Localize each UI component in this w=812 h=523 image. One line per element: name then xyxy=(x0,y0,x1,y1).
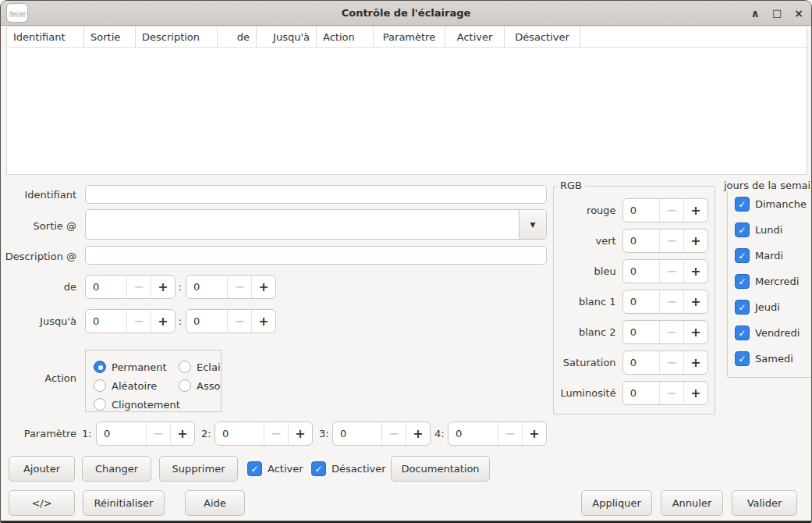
ajouter-button[interactable]: Ajouter xyxy=(9,456,75,482)
checkbox-samedi[interactable]: ✓ Samedi xyxy=(735,351,793,366)
blanc1-spinbutton[interactable]: 0 − + xyxy=(622,290,708,314)
sortie-combobox[interactable]: ▼ xyxy=(85,209,547,240)
de-hour-spinbutton[interactable]: 0 − + xyxy=(85,275,176,299)
appliquer-button[interactable]: Appliquer xyxy=(581,490,652,516)
minus-button[interactable]: − xyxy=(659,321,683,343)
minus-button[interactable]: − xyxy=(659,382,683,404)
radio-icon[interactable] xyxy=(179,361,191,373)
blanc2-spinbutton[interactable]: 0 − + xyxy=(622,320,708,344)
checked-checkbox-icon[interactable]: ✓ xyxy=(735,326,750,340)
minus-button[interactable]: − xyxy=(659,351,683,374)
column-header-action[interactable]: Action xyxy=(317,27,374,47)
vert-value[interactable]: 0 xyxy=(623,229,659,252)
column-header-sortie[interactable]: Sortie xyxy=(84,27,136,47)
luminosite-value[interactable]: 0 xyxy=(623,382,659,404)
param2-spinbutton[interactable]: 0 − + xyxy=(215,422,313,446)
param3-value[interactable]: 0 xyxy=(333,422,381,445)
column-header-jusqua[interactable]: Jusqu'à xyxy=(257,27,317,47)
plus-button[interactable]: + xyxy=(683,229,707,252)
checked-checkbox-icon[interactable]: ✓ xyxy=(735,274,750,289)
radio-option-aleatoire[interactable]: Aléatoire xyxy=(94,379,157,392)
radio-selected-icon[interactable] xyxy=(94,361,106,373)
luminosite-spinbutton[interactable]: 0 − + xyxy=(622,381,708,405)
sortie-selected-value[interactable] xyxy=(86,210,519,239)
checked-checkbox-icon[interactable]: ✓ xyxy=(311,461,326,476)
jusqua-hour-spinbutton[interactable]: 0 − + xyxy=(85,309,176,333)
column-header-desactiver[interactable]: Désactiver xyxy=(505,27,580,47)
radio-option-permanent[interactable]: Permanent xyxy=(94,361,167,373)
plus-button[interactable]: + xyxy=(683,290,707,313)
plus-button[interactable]: + xyxy=(151,276,175,298)
vert-spinbutton[interactable]: 0 − + xyxy=(622,229,708,253)
minus-button[interactable]: − xyxy=(227,276,251,298)
code-button[interactable]: </> xyxy=(9,490,75,516)
plus-button[interactable]: + xyxy=(406,422,430,445)
jusqua-minute-spinbutton[interactable]: 0 − + xyxy=(186,309,276,333)
checkbox-lundi[interactable]: ✓ Lundi xyxy=(735,222,782,237)
param1-value[interactable]: 0 xyxy=(97,422,146,445)
bleu-spinbutton[interactable]: 0 − + xyxy=(622,259,708,283)
aide-button[interactable]: Aide xyxy=(185,490,245,516)
param4-spinbutton[interactable]: 0 − + xyxy=(448,422,547,446)
reinitialiser-button[interactable]: Réinitialiser xyxy=(83,490,165,516)
checkbox-dimanche[interactable]: ✓ Dimanche xyxy=(735,197,807,212)
radio-icon[interactable] xyxy=(94,379,106,392)
bleu-value[interactable]: 0 xyxy=(623,260,659,283)
checkbox-activer[interactable]: ✓ Activer xyxy=(247,461,303,476)
plus-button[interactable]: + xyxy=(683,321,707,343)
saturation-value[interactable]: 0 xyxy=(623,351,659,374)
plus-button[interactable]: + xyxy=(683,351,707,374)
plus-button[interactable]: + xyxy=(683,382,707,404)
de-minute-value[interactable]: 0 xyxy=(186,276,227,298)
param1-spinbutton[interactable]: 0 − + xyxy=(96,422,195,446)
minus-button[interactable]: − xyxy=(498,422,522,445)
documentation-button[interactable]: Documentation xyxy=(391,456,490,482)
plus-button[interactable]: + xyxy=(522,422,546,445)
supprimer-button[interactable]: Supprimer xyxy=(159,456,238,482)
column-header-parametre[interactable]: Paramètre xyxy=(374,27,445,47)
minus-button[interactable]: − xyxy=(126,310,151,333)
minus-button[interactable]: − xyxy=(659,199,683,222)
minus-button[interactable]: − xyxy=(659,290,683,313)
checked-checkbox-icon[interactable]: ✓ xyxy=(735,248,750,263)
rouge-value[interactable]: 0 xyxy=(623,199,659,222)
saturation-spinbutton[interactable]: 0 − + xyxy=(622,350,708,375)
radio-icon[interactable] xyxy=(179,379,191,392)
param3-spinbutton[interactable]: 0 − + xyxy=(332,422,431,446)
changer-button[interactable]: Changer xyxy=(82,456,151,482)
rouge-spinbutton[interactable]: 0 − + xyxy=(622,198,708,222)
minus-button[interactable]: − xyxy=(381,422,406,445)
minus-button[interactable]: − xyxy=(659,229,683,252)
radio-icon[interactable] xyxy=(94,398,106,411)
minus-button[interactable]: − xyxy=(264,422,288,445)
minimize-icon[interactable]: ∧ xyxy=(751,8,760,19)
checked-checkbox-icon[interactable]: ✓ xyxy=(247,461,262,476)
blanc2-value[interactable]: 0 xyxy=(623,321,659,343)
description-input[interactable] xyxy=(85,246,547,265)
checked-checkbox-icon[interactable]: ✓ xyxy=(735,351,750,366)
de-hour-value[interactable]: 0 xyxy=(86,276,126,298)
checked-checkbox-icon[interactable]: ✓ xyxy=(735,300,750,315)
jusqua-minute-value[interactable]: 0 xyxy=(186,310,227,333)
minus-button[interactable]: − xyxy=(227,310,251,333)
column-header-description[interactable]: Description xyxy=(136,27,218,47)
plus-button[interactable]: + xyxy=(288,422,312,445)
sortie-dropdown-button[interactable]: ▼ xyxy=(519,210,546,239)
column-header-activer[interactable]: Activer xyxy=(445,27,505,47)
annuler-button[interactable]: Annuler xyxy=(661,490,723,516)
valider-button[interactable]: Valider xyxy=(732,490,797,516)
plus-button[interactable]: + xyxy=(251,276,275,298)
close-icon[interactable]: × xyxy=(794,8,803,19)
radio-option-eclaircir[interactable]: Eclaircir xyxy=(179,361,222,373)
checkbox-mercredi[interactable]: ✓ Mercredi xyxy=(735,274,799,289)
checked-checkbox-icon[interactable]: ✓ xyxy=(735,222,750,237)
checkbox-vendredi[interactable]: ✓ Vendredi xyxy=(735,326,800,340)
radio-option-clignotement[interactable]: Clignotement xyxy=(94,398,180,411)
identifiant-input[interactable] xyxy=(85,185,547,204)
column-header-de[interactable]: de xyxy=(218,27,257,47)
plus-button[interactable]: + xyxy=(251,310,275,333)
checkbox-jeudi[interactable]: ✓ Jeudi xyxy=(735,300,780,315)
blanc1-value[interactable]: 0 xyxy=(623,290,659,313)
plus-button[interactable]: + xyxy=(170,422,194,445)
minus-button[interactable]: − xyxy=(659,260,683,283)
